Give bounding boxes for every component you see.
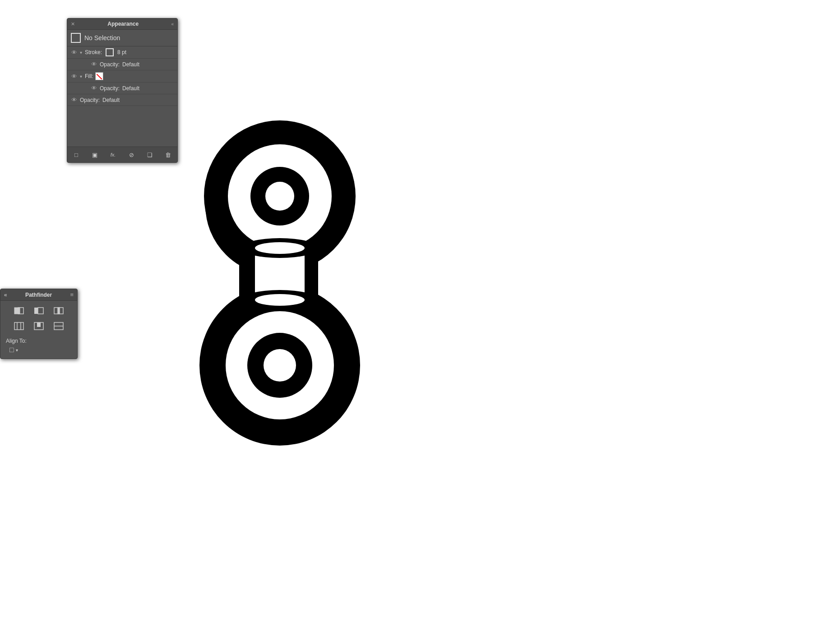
stroke-value[interactable]: 8 pt xyxy=(117,49,126,55)
divide-button[interactable] xyxy=(13,321,25,331)
stroke-opacity-eye-icon[interactable]: 👁 xyxy=(90,61,98,68)
add-new-fill-button[interactable]: □ xyxy=(71,150,82,160)
shape-modes-row xyxy=(4,305,74,316)
minus-front-button[interactable] xyxy=(32,305,45,316)
add-fx-button[interactable]: fx. xyxy=(108,150,119,160)
fill-opacity-eye-icon[interactable]: 👁 xyxy=(90,85,98,92)
pathfinder-body: Align To: □ ▾ xyxy=(0,301,77,359)
fill-opacity-row: 👁 Opacity: Default xyxy=(67,83,177,94)
svg-rect-37 xyxy=(58,308,60,314)
stroke-chevron-icon[interactable]: ▾ xyxy=(80,50,82,55)
duplicate-item-button[interactable]: ❏ xyxy=(144,150,155,160)
align-to-dropdown-icon[interactable]: ▾ xyxy=(16,348,18,353)
appearance-header-row: No Selection xyxy=(67,30,177,46)
global-opacity-label: Opacity: xyxy=(80,97,100,103)
delete-item-button[interactable]: 🗑 xyxy=(163,150,174,160)
svg-point-24 xyxy=(264,349,296,382)
unite-button[interactable] xyxy=(13,305,25,316)
appearance-object-icon xyxy=(71,33,81,43)
stroke-visibility-icon[interactable]: 👁 xyxy=(70,49,78,55)
svg-point-30 xyxy=(255,294,305,306)
appearance-collapse-button[interactable]: « xyxy=(171,22,174,27)
appearance-rows-container: 👁 ▾ Stroke: 8 pt 👁 Opacity: Default 👁 ▾ … xyxy=(67,46,177,147)
svg-rect-38 xyxy=(14,322,23,330)
pathfinder-panel: « Pathfinder ≡ xyxy=(0,289,78,359)
appearance-selection-label: No Selection xyxy=(84,34,120,41)
svg-rect-31 xyxy=(14,308,20,314)
svg-point-20 xyxy=(265,182,294,211)
stroke-opacity-label: Opacity: xyxy=(100,61,120,68)
global-opacity-row: 👁 Opacity: Default xyxy=(67,94,177,106)
appearance-title: Appearance xyxy=(107,21,139,27)
svg-point-28 xyxy=(255,242,305,254)
clear-appearance-button[interactable]: ⊘ xyxy=(126,150,137,160)
fill-opacity-value[interactable]: Default xyxy=(122,85,139,92)
trim-button[interactable] xyxy=(32,321,45,331)
svg-rect-34 xyxy=(38,308,43,314)
stroke-color-swatch[interactable] xyxy=(106,48,114,56)
stroke-opacity-value[interactable]: Default xyxy=(122,61,139,68)
stroke-row: 👁 ▾ Stroke: 8 pt xyxy=(67,46,177,59)
merge-button[interactable] xyxy=(52,321,65,331)
fill-label: Fill: xyxy=(85,73,93,79)
fill-row: 👁 ▾ Fill: xyxy=(67,70,177,83)
align-to-label: Align To: xyxy=(6,338,27,344)
fill-opacity-label: Opacity: xyxy=(100,85,120,92)
pathfinder-collapse-button[interactable]: « xyxy=(4,292,7,298)
svg-rect-42 xyxy=(37,322,41,327)
global-opacity-value[interactable]: Default xyxy=(102,97,120,103)
fill-chevron-icon[interactable]: ▾ xyxy=(80,74,82,79)
appearance-empty-space xyxy=(67,106,177,147)
fill-visibility-icon[interactable]: 👁 xyxy=(70,73,78,79)
align-to-section: Align To: □ ▾ xyxy=(4,336,74,354)
pathfinder-menu-button[interactable]: ≡ xyxy=(70,291,74,298)
pathfinder-title: Pathfinder xyxy=(25,292,52,298)
pathfinders-row xyxy=(4,321,74,331)
appearance-close-button[interactable]: ✕ xyxy=(71,21,75,27)
fill-color-swatch[interactable] xyxy=(95,72,103,80)
appearance-title-bar: ✕ Appearance « xyxy=(67,18,177,30)
appearance-footer: □ ▣ fx. ⊘ ❏ 🗑 xyxy=(67,147,177,162)
intersect-button[interactable] xyxy=(52,305,65,316)
stroke-opacity-row: 👁 Opacity: Default xyxy=(67,59,177,70)
figure-8-main xyxy=(194,113,366,455)
align-to-selector[interactable]: □ ▾ xyxy=(6,346,74,354)
global-opacity-eye-icon[interactable]: 👁 xyxy=(70,97,78,103)
appearance-panel: ✕ Appearance « No Selection 👁 ▾ Stroke: … xyxy=(67,18,178,163)
align-to-icon: □ xyxy=(9,346,14,354)
pathfinder-title-bar: « Pathfinder ≡ xyxy=(0,289,77,301)
add-new-stroke-button[interactable]: ▣ xyxy=(89,150,100,160)
stroke-label: Stroke: xyxy=(85,49,102,55)
